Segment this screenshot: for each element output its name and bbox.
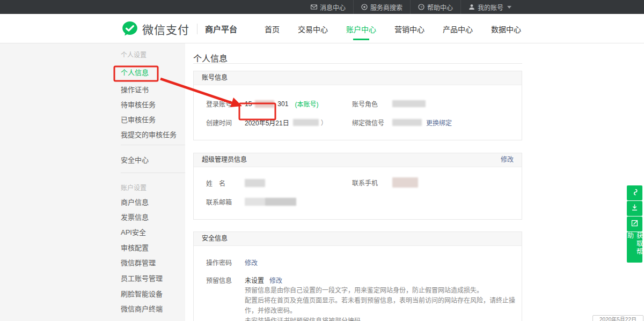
desc-line: 未安装操作证书时预留信息将被部分掩码。	[245, 316, 521, 321]
topbar-item-sp-search[interactable]: 服务商搜索	[353, 0, 410, 14]
title-divider	[193, 63, 522, 64]
get-help-label: 获取帮助	[626, 232, 644, 263]
sidebar-item-my-submitted-review[interactable]: 我提交的审核任务	[121, 131, 185, 138]
nav-account-center[interactable]: 账户中心	[345, 14, 377, 44]
sidebar-item-staff-account-mgmt[interactable]: 员工账号管理	[121, 275, 185, 282]
redacted-admin-phone	[392, 177, 418, 188]
login-account-value: 15301 (本账号)	[245, 99, 318, 108]
account-info-body: 登录账号 15301 (本账号) 账号角色 创建时间 2020年5月21日）	[194, 85, 522, 140]
security-info-header: 安全信息	[194, 232, 522, 246]
redacted-created-extra	[293, 119, 319, 126]
sidebar-group-personal-settings: 个人设置	[121, 52, 185, 58]
redacted-login-middle	[255, 100, 274, 108]
wechat-pay-logo-icon	[122, 21, 138, 37]
admin-phone-label: 联系手机	[352, 178, 392, 187]
desc-line: 配置后将在首页及充值页面显示。若未看到预留信息，表明当前访问的网站存在风险，请终…	[245, 296, 521, 316]
security-info-body: 操作密码 修改 预留信息 未设置 修改 预留信息是由你自己设置的一段文字，用来鉴…	[194, 246, 522, 321]
created-date-text: 2020年5月21日	[245, 118, 289, 127]
nav-marketing-center[interactable]: 营销中心	[393, 14, 426, 44]
topbar-item-help-center[interactable]: ? 帮助中心	[410, 0, 460, 14]
sidebar-item-wechat-group-mgmt[interactable]: 微信群管理	[121, 259, 185, 266]
sidebar-item-review-config[interactable]: 审核配置	[121, 244, 185, 251]
sidebar-item-security-center[interactable]: 安全中心	[121, 156, 185, 163]
download-button[interactable]	[627, 201, 642, 216]
change-binding-link[interactable]: 更换绑定	[426, 118, 452, 127]
account-role-field: 账号角色	[352, 99, 426, 108]
account-info-header: 账号信息	[194, 71, 522, 85]
sidebar-item-personal-info[interactable]: 个人信息	[121, 69, 185, 76]
nav-home[interactable]: 首页	[264, 14, 281, 44]
admin-info-header: 超级管理员信息 修改	[194, 153, 522, 167]
sidebar-item-face-device[interactable]: 刷脸智能设备	[121, 290, 185, 297]
sidebar-item-merchant-info[interactable]: 商户信息	[121, 199, 185, 206]
page-title: 个人信息	[193, 43, 522, 63]
edit-icon	[631, 219, 639, 229]
sidebar-item-reviewed[interactable]: 已审核任务	[121, 116, 185, 123]
operation-password-label: 操作密码	[206, 258, 245, 267]
redacted-admin-email	[245, 198, 296, 206]
get-help-button[interactable]: 获取帮助	[627, 232, 642, 263]
created-time-value: 2020年5月21日）	[245, 118, 327, 127]
login-account-prefix: 15	[245, 100, 252, 108]
reserve-info-label: 预留信息	[206, 275, 245, 285]
portal-name: 商户平台	[205, 23, 237, 34]
search-icon	[361, 4, 368, 10]
date-tooltip: 2020年5月22日	[592, 315, 643, 321]
sidebar-item-merchant-terminal[interactable]: 微信商户终端	[121, 305, 185, 312]
current-account-tag: (本账号)	[295, 99, 318, 108]
login-account-field: 登录账号 15301 (本账号)	[206, 99, 318, 108]
admin-edit-link[interactable]: 修改	[501, 153, 514, 167]
help-icon: ?	[418, 4, 425, 10]
login-account-label: 登录账号	[206, 99, 245, 108]
admin-name-label: 姓 名	[206, 178, 245, 188]
sidebar-item-invoice-info[interactable]: 发票信息	[121, 214, 185, 221]
account-info-card: 账号信息 登录账号 15301 (本账号) 账号角色 创建时间	[193, 71, 522, 140]
login-account-suffix: 301	[277, 100, 288, 108]
sidebar-group-account-settings: 账户设置	[121, 185, 185, 191]
security-info-card: 安全信息 操作密码 修改 预留信息 未设置 修改 预留信息是由你自己设置的一段文…	[193, 232, 522, 321]
bound-wechat-label: 绑定微信号	[352, 118, 392, 127]
redacted-admin-name	[245, 179, 265, 187]
contact-service-button[interactable]	[627, 185, 642, 200]
feedback-button[interactable]	[627, 217, 642, 232]
admin-email-label: 联系邮箱	[206, 197, 245, 206]
merchant-platform-page: 消息中心 服务商搜索 ? 帮助中心 我的账号 微信支付 商户	[0, 0, 644, 321]
topbar-item-my-account[interactable]: 我的账号	[460, 0, 519, 14]
admin-email-field: 联系邮箱	[206, 197, 296, 206]
reserve-info-value: 未设置	[245, 275, 264, 285]
admin-name-field: 姓 名	[206, 178, 265, 188]
main-content: 个人信息 账号信息 登录账号 15301 (本账号) 账号角色	[193, 43, 522, 321]
topbar-menu: 消息中心 服务商搜索 ? 帮助中心 我的账号	[303, 0, 519, 14]
reserve-info-field: 预留信息 未设置 修改	[206, 275, 282, 285]
user-icon	[469, 4, 475, 10]
floating-help-widget: 获取帮助	[627, 185, 642, 263]
sidebar-item-operation-cert[interactable]: 操作证书	[121, 86, 185, 93]
sidebar-item-pending-review[interactable]: 待审核任务	[121, 101, 185, 108]
nav-product-center[interactable]: 产品中心	[442, 14, 474, 44]
nav-transaction-center[interactable]: 交易中心	[297, 14, 329, 44]
hook-icon	[631, 188, 639, 198]
reserve-info-description: 预留信息是由你自己设置的一段文字，用来鉴定网站身份，防止假冒网站造成损失。 配置…	[245, 286, 521, 321]
sidebar-item-api-security[interactable]: API安全	[121, 229, 185, 236]
password-edit-link[interactable]: 修改	[245, 258, 258, 267]
sidebar: 个人设置 个人信息 操作证书 待审核任务 已审核任务 我提交的审核任务 安全中心…	[121, 43, 185, 312]
account-info-title: 账号信息	[202, 71, 228, 85]
topbar-item-messages[interactable]: 消息中心	[303, 0, 353, 14]
download-icon	[631, 204, 639, 214]
brand-divider	[197, 24, 197, 34]
admin-info-title: 超级管理员信息	[202, 153, 247, 167]
created-suffix: ）	[321, 118, 327, 127]
created-time-field: 创建时间 2020年5月21日）	[206, 118, 327, 127]
topbar-item-label: 服务商搜索	[370, 3, 402, 12]
topbar-item-label: 我的账号	[478, 3, 503, 12]
redacted-wechat-id	[392, 119, 422, 126]
security-info-title: 安全信息	[202, 232, 228, 245]
reserve-edit-link[interactable]: 修改	[269, 275, 282, 285]
bound-wechat-field: 绑定微信号 更换绑定	[352, 118, 452, 127]
operation-password-field: 操作密码 修改	[206, 258, 258, 267]
topbar-item-label: 消息中心	[320, 3, 346, 12]
account-role-label: 账号角色	[352, 99, 392, 108]
nav-data-center[interactable]: 数据中心	[490, 14, 522, 44]
brand: 微信支付 商户平台	[122, 14, 237, 43]
created-time-label: 创建时间	[206, 118, 245, 127]
